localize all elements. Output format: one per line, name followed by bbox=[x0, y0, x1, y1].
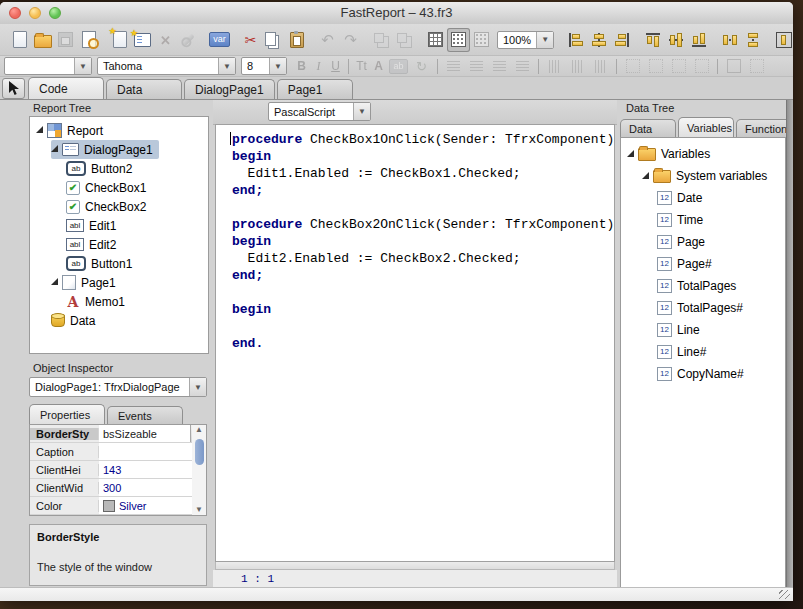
align-horizontal-centers-button[interactable] bbox=[587, 28, 610, 52]
tree-item-copyname[interactable]: CopyName# bbox=[621, 363, 785, 385]
data-tab-variables[interactable]: Variables bbox=[678, 117, 734, 137]
align-text-left-button bbox=[442, 54, 465, 78]
scrollbar-thumb[interactable] bbox=[195, 439, 204, 465]
tree-item-checkbox1[interactable]: CheckBox1 bbox=[30, 178, 208, 197]
tree-item-label: Button2 bbox=[91, 162, 132, 176]
space-horizontally-button[interactable] bbox=[718, 28, 741, 52]
tree-item-line[interactable]: Line bbox=[621, 319, 785, 341]
tree-item-totalpages[interactable]: TotalPages# bbox=[621, 297, 785, 319]
property-row-color[interactable]: ColorSilver bbox=[30, 497, 206, 515]
expand-triangle-icon[interactable] bbox=[51, 145, 58, 152]
ungroup-button bbox=[393, 28, 416, 52]
script-language-select[interactable]: PascalScript ▼ bbox=[268, 102, 371, 121]
font-name-select[interactable]: Tahoma ▼ bbox=[97, 57, 236, 75]
tree-item-line[interactable]: Line# bbox=[621, 341, 785, 363]
property-dropdown[interactable]: bsSizeable▼ bbox=[99, 425, 206, 442]
tree-item-edit2[interactable]: Edit2 bbox=[30, 235, 208, 254]
scroll-up-icon[interactable]: ▲ bbox=[195, 425, 203, 435]
data-tree[interactable]: VariablesSystem variablesDateTimePagePag… bbox=[620, 137, 786, 588]
property-name: Color bbox=[30, 500, 99, 512]
align-text-middle-button bbox=[566, 54, 589, 78]
align-bottom-edges-button[interactable] bbox=[687, 28, 710, 52]
select-tool-button[interactable] bbox=[2, 78, 25, 99]
style-select[interactable]: ▼ bbox=[4, 57, 92, 75]
tab-label: Functions bbox=[745, 123, 786, 135]
expand-triangle-icon[interactable] bbox=[627, 150, 634, 157]
preview-report-button[interactable] bbox=[77, 28, 100, 52]
property-row-clienthei[interactable]: ClientHei143 bbox=[30, 461, 206, 479]
tree-item-date[interactable]: Date bbox=[621, 187, 785, 209]
data-tab-functions[interactable]: Functions bbox=[736, 119, 786, 137]
main-toolbar: var 100% ▼ bbox=[0, 24, 793, 56]
tree-item-button2[interactable]: Button2 bbox=[30, 159, 208, 178]
tree-item-label: Data bbox=[70, 314, 95, 328]
property-row-clientwid[interactable]: ClientWid300 bbox=[30, 479, 206, 497]
center-horizontally-in-band-button[interactable] bbox=[772, 28, 793, 52]
tree-item-checkbox2[interactable]: CheckBox2 bbox=[30, 197, 208, 216]
zoom-select[interactable]: 100% ▼ bbox=[497, 31, 554, 49]
tree-item-system-variables[interactable]: System variables bbox=[621, 165, 785, 187]
tree-item-time[interactable]: Time bbox=[621, 209, 785, 231]
property-row-bordersty[interactable]: BorderStybsSizeable▼ bbox=[30, 425, 206, 443]
tab-dialogpage1[interactable]: DialogPage1 bbox=[184, 79, 275, 99]
paste-button[interactable] bbox=[285, 28, 308, 52]
tree-item-page[interactable]: Page bbox=[621, 231, 785, 253]
inspector-tab-events[interactable]: Events bbox=[107, 406, 183, 424]
tree-item-button1[interactable]: Button1 bbox=[30, 254, 208, 273]
tree-item-dialogpage1[interactable]: DialogPage1 bbox=[30, 140, 208, 159]
report-tree[interactable]: ReportDialogPage1Button2CheckBox1CheckBo… bbox=[29, 116, 209, 354]
tree-item-report[interactable]: Report bbox=[30, 121, 208, 140]
new-report-button[interactable] bbox=[8, 28, 31, 52]
align-left-edges-button[interactable] bbox=[564, 28, 587, 52]
tree-item-data[interactable]: Data bbox=[30, 311, 208, 330]
code-editor[interactable]: procedure CheckBox1OnClick(Sender: TfrxC… bbox=[215, 124, 615, 562]
font-size-select[interactable]: 8 ▼ bbox=[241, 57, 287, 75]
window-title: FastReport – 43.fr3 bbox=[0, 5, 793, 20]
tree-item-memo1[interactable]: Memo1 bbox=[30, 292, 208, 311]
expand-triangle-icon[interactable] bbox=[36, 126, 43, 133]
tree-item-totalpages[interactable]: TotalPages bbox=[621, 275, 785, 297]
code-editor-panel: PascalScript ▼ procedure CheckBox1OnClic… bbox=[213, 100, 617, 588]
property-value[interactable]: bsSizeable▼ bbox=[99, 425, 206, 442]
property-grid-scrollbar[interactable]: ▲ ▼ bbox=[192, 424, 207, 516]
cut-button[interactable] bbox=[239, 28, 262, 52]
redo-arrow-icon bbox=[344, 31, 357, 49]
resize-grip[interactable] bbox=[779, 590, 790, 599]
new-page-button[interactable] bbox=[108, 28, 131, 52]
right-scrollbar-strip[interactable] bbox=[786, 100, 793, 588]
property-value[interactable]: Silver bbox=[99, 497, 206, 514]
tree-item-page[interactable]: Page# bbox=[621, 253, 785, 275]
align-to-grid-button[interactable] bbox=[447, 28, 470, 52]
frame-right-button bbox=[690, 54, 713, 78]
inspector-tab-properties[interactable]: Properties bbox=[29, 404, 105, 424]
property-row-caption[interactable]: Caption bbox=[30, 443, 206, 461]
property-grid[interactable]: BorderStybsSizeable▼CaptionClientHei143C… bbox=[29, 424, 207, 516]
code-editor-hscrollbar[interactable] bbox=[215, 562, 615, 570]
var-icon bbox=[657, 367, 672, 381]
show-grid-button[interactable] bbox=[424, 28, 447, 52]
scroll-down-icon[interactable]: ▼ bbox=[195, 505, 203, 515]
title-bar[interactable]: FastReport – 43.fr3 bbox=[0, 2, 793, 25]
variables-button[interactable]: var bbox=[208, 28, 231, 52]
property-value[interactable] bbox=[99, 443, 206, 460]
tab-code[interactable]: Code bbox=[28, 77, 104, 99]
expand-triangle-icon[interactable] bbox=[51, 278, 58, 285]
tab-data[interactable]: Data bbox=[106, 79, 182, 99]
data-tab-data[interactable]: Data bbox=[620, 119, 676, 137]
property-value[interactable]: 143 bbox=[99, 461, 206, 478]
align-text-middle-icon bbox=[572, 60, 583, 73]
tree-item-edit1[interactable]: Edit1 bbox=[30, 216, 208, 235]
new-dialog-page-button[interactable] bbox=[131, 28, 154, 52]
align-vertical-centers-button[interactable] bbox=[664, 28, 687, 52]
property-value[interactable]: 300 bbox=[99, 479, 206, 496]
align-right-edges-button[interactable] bbox=[610, 28, 633, 52]
align-top-edges-button[interactable] bbox=[641, 28, 664, 52]
copy-button[interactable] bbox=[262, 28, 285, 52]
expand-triangle-icon[interactable] bbox=[642, 172, 649, 179]
tab-page1[interactable]: Page1 bbox=[277, 79, 353, 99]
space-vertically-button[interactable] bbox=[741, 28, 764, 52]
tree-item-page1[interactable]: Page1 bbox=[30, 273, 208, 292]
tree-item-variables[interactable]: Variables bbox=[621, 143, 785, 165]
inspector-object-select[interactable]: DialogPage1: TfrxDialogPage ▼ bbox=[29, 377, 207, 397]
open-report-button[interactable] bbox=[31, 28, 54, 52]
